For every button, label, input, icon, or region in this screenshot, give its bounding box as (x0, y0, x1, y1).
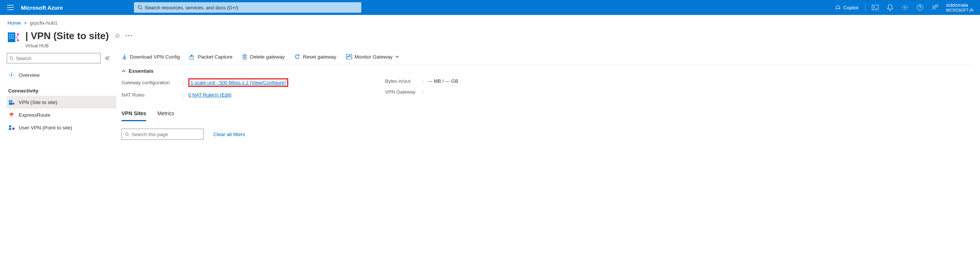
svg-rect-20 (9, 100, 12, 105)
sidebar-item-expressroute[interactable]: ExpressRoute (7, 108, 116, 121)
cmd-label: Reset gateway (303, 54, 336, 60)
expressroute-icon (8, 111, 15, 118)
help-button[interactable] (913, 0, 928, 15)
resource-type: Virtual HUB (8, 43, 972, 48)
divider (865, 3, 865, 11)
clear-filters-link[interactable]: Clear all filters (213, 132, 245, 137)
page-search-input[interactable] (132, 132, 200, 137)
settings-button[interactable] (897, 0, 913, 15)
essentials-row-vpn-gateway: VPN Gateway : (385, 89, 458, 95)
sidebar-item-label: VPN (Site to site) (19, 100, 57, 105)
download-vpn-config-button[interactable]: Download VPN Config (122, 54, 180, 60)
building-icon (8, 99, 15, 105)
sidebar-item-overview[interactable]: Overview (7, 68, 116, 81)
user-vpn-icon (8, 124, 15, 131)
left-nav: Overview Connectivity VPN (Site to site)… (0, 51, 116, 140)
cmd-label: Monitor Gateway (355, 54, 393, 60)
copilot-label: Copilot (843, 5, 858, 10)
search-icon (125, 132, 129, 137)
sidebar-section-label: Connectivity (8, 88, 38, 94)
sidebar-item-label: ExpressRoute (19, 112, 50, 118)
header-text-block: | VPN (Site to site) ··· Virtual HUB (25, 30, 972, 48)
ess-value: 0 NAT Rule(s) (Edit) (188, 92, 232, 98)
page-title-row: | VPN (Site to site) ··· (25, 30, 972, 42)
svg-rect-1 (872, 5, 878, 10)
sidebar-item-label: User VPN (Point to site) (19, 125, 72, 130)
feedback-button[interactable] (928, 0, 942, 15)
page-search[interactable] (122, 129, 204, 140)
essentials-row-gateway-config: Gateway configuration : 1 scale unit - 5… (122, 78, 288, 87)
chevron-up-icon (122, 70, 126, 72)
trash-icon (242, 54, 247, 60)
svg-rect-8 (13, 34, 14, 35)
sidebar-section-connectivity: Connectivity (7, 81, 116, 96)
ess-label: Gateway configuration (122, 80, 183, 85)
download-icon (122, 54, 127, 60)
nat-rules-link[interactable]: 0 NAT Rule(s) (Edit) (188, 92, 232, 98)
monitor-gateway-button[interactable]: Monitor Gateway (346, 54, 399, 60)
breadcrumb: Home > grpcfix-hub1 (0, 15, 980, 29)
more-actions[interactable]: ··· (125, 32, 133, 40)
svg-rect-5 (8, 32, 15, 42)
tab-vpn-sites[interactable]: VPN Sites (122, 108, 146, 121)
main-pane: Download VPN Config Packet Capture Delet… (116, 51, 980, 140)
sidebar-search[interactable] (7, 53, 101, 64)
user-name: siddomala (946, 2, 973, 8)
user-account[interactable]: siddomala MICROSOFT (N (942, 2, 977, 13)
cloud-shell-icon (872, 5, 878, 10)
title-prefix: | (25, 30, 31, 41)
filter-bar: Clear all filters (122, 129, 972, 140)
essentials-left-col: Gateway configuration : 1 scale unit - 5… (122, 78, 288, 98)
azure-logo[interactable]: Microsoft Azure (21, 5, 63, 11)
chevron-down-icon (395, 56, 399, 58)
command-bar: Download VPN Config Packet Capture Delet… (122, 51, 972, 65)
svg-point-2 (904, 7, 906, 9)
hamburger-icon (7, 5, 14, 10)
global-search[interactable] (134, 2, 361, 13)
azure-top-bar: Microsoft Azure Copilot siddomala MICROS… (0, 0, 980, 15)
svg-point-17 (10, 56, 13, 59)
notifications-button[interactable] (883, 0, 897, 15)
svg-rect-14 (13, 38, 14, 39)
sidebar-search-row (7, 53, 116, 64)
sidebar-item-vpn-s2s[interactable]: VPN (Site to site) (7, 96, 116, 108)
colon: : (423, 78, 428, 84)
delete-gateway-button[interactable]: Delete gateway (242, 54, 285, 60)
tab-bar: VPN Sites Metrics (122, 108, 972, 121)
user-org: MICROSOFT (N (946, 8, 973, 13)
packet-capture-button[interactable]: Packet Capture (189, 54, 232, 60)
collapse-sidebar[interactable] (103, 53, 111, 64)
copilot-button[interactable]: Copilot (830, 0, 862, 15)
svg-rect-10 (11, 36, 12, 37)
reset-gateway-button[interactable]: Reset gateway (294, 54, 336, 60)
gear-icon (902, 4, 908, 11)
copilot-icon (835, 5, 841, 10)
svg-point-26 (9, 125, 11, 127)
ess-label: NAT Rules (122, 92, 183, 98)
svg-rect-11 (13, 36, 14, 37)
svg-rect-9 (9, 36, 10, 37)
global-search-input[interactable] (145, 5, 357, 10)
breadcrumb-home[interactable]: Home (8, 20, 21, 26)
hamburger-menu[interactable] (3, 0, 18, 15)
sidebar-item-label: Overview (19, 72, 40, 78)
tab-metrics[interactable]: Metrics (158, 108, 174, 121)
svg-rect-21 (10, 101, 10, 102)
svg-rect-28 (190, 56, 194, 59)
essentials-row-bytes: Bytes in/out : --- MB / --- GB (385, 78, 458, 84)
sidebar-item-user-vpn[interactable]: User VPN (Point to site) (7, 121, 116, 134)
svg-rect-7 (11, 34, 12, 35)
chevron-double-left-icon (105, 56, 110, 61)
sidebar-search-input[interactable] (16, 56, 98, 61)
essentials-toggle[interactable]: Essentials (122, 65, 972, 78)
pin-icon[interactable] (114, 33, 120, 39)
cloud-shell-button[interactable] (868, 0, 883, 15)
page-header: | VPN (Site to site) ··· Virtual HUB (0, 29, 980, 51)
search-icon (10, 56, 14, 61)
essentials-row-nat-rules: NAT Rules : 0 NAT Rule(s) (Edit) (122, 92, 288, 98)
ess-label: Bytes in/out (385, 78, 423, 84)
help-icon (916, 4, 923, 11)
packet-capture-icon (189, 54, 195, 60)
gateway-config-link[interactable]: 1 scale unit - 500 Mbps x 2 (View/Config… (191, 80, 286, 85)
colon: : (423, 89, 428, 95)
